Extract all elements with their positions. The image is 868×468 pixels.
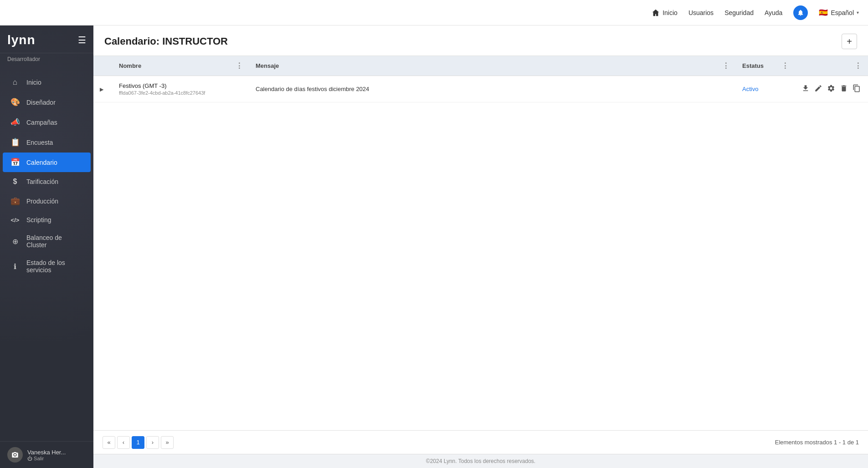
sidebar-footer: Vaneska Her... ⏻ Salir [0, 441, 93, 468]
next-page-button[interactable]: › [146, 436, 159, 449]
footer-user-info: Vaneska Her... ⏻ Salir [27, 449, 66, 461]
page-header: Calendario: INSTRUCTOR + [93, 25, 868, 56]
first-page-button[interactable]: « [103, 436, 115, 449]
sidebar-item-calendario[interactable]: 📅 Calendario [3, 153, 91, 172]
mensaje-col-menu-icon[interactable]: ⋮ [722, 61, 729, 70]
main-layout: lynn ☰ Desarrollador ⌂ Inicio 🎨 Diseñado… [0, 25, 868, 468]
nav-ayuda[interactable]: Ayuda [765, 9, 782, 16]
sidebar-item-balanceo[interactable]: ⊕ Balanceo de Cluster [3, 229, 91, 254]
prev-page-button[interactable]: ‹ [117, 436, 130, 449]
nav-usuarios[interactable]: Usuarios [688, 9, 714, 16]
nav-inicio[interactable]: Inicio [652, 9, 678, 17]
item-message: Calendario de días festivos diciembre 20… [256, 86, 369, 92]
info-icon: ℹ [10, 262, 20, 271]
clipboard-icon: 📋 [10, 137, 20, 147]
col-actions: ⋮ [795, 56, 868, 76]
data-table: Nombre ⋮ Mensaje ⋮ Estat [93, 56, 868, 102]
expand-arrow-icon[interactable]: ▶ [100, 86, 103, 92]
megaphone-icon: 📣 [10, 117, 20, 127]
briefcase-icon: 💼 [10, 196, 20, 206]
sidebar-item-tarificacion-label: Tarificación [26, 178, 58, 185]
sidebar-item-tarificacion[interactable]: $ Tarificación [3, 173, 91, 191]
actions-col-menu-icon[interactable]: ⋮ [854, 61, 862, 70]
footer-avatar [7, 447, 23, 463]
sidebar-item-scripting[interactable]: </> Scripting [3, 211, 91, 229]
nav-ayuda-label: Ayuda [765, 9, 782, 16]
sidebar-item-inicio-label: Inicio [26, 79, 41, 86]
footer-logout[interactable]: ⏻ Salir [27, 456, 66, 461]
logout-label: ⏻ Salir [27, 456, 44, 461]
palette-icon: 🎨 [10, 97, 20, 107]
sidebar-item-produccion-label: Producción [26, 198, 58, 205]
cell-actions [795, 76, 868, 102]
sidebar-nav: ⌂ Inicio 🎨 Diseñador 📣 Campañas 📋 Encues… [0, 69, 93, 441]
settings-icon[interactable] [827, 84, 835, 94]
sidebar-item-encuesta[interactable]: 📋 Encuesta [3, 132, 91, 152]
page-1-button[interactable]: 1 [132, 436, 144, 449]
home-icon: ⌂ [10, 78, 20, 87]
bell-icon [797, 9, 804, 16]
sidebar: lynn ☰ Desarrollador ⌂ Inicio 🎨 Diseñado… [0, 25, 93, 468]
page-title: Calendario: INSTRUCTOR [104, 36, 228, 47]
content-area: Calendario: INSTRUCTOR + Nombre ⋮ [93, 25, 868, 468]
sidebar-item-disenador[interactable]: 🎨 Diseñador [3, 92, 91, 112]
pagination-info: Elementos mostrados 1 - 1 de 1 [775, 439, 859, 446]
cell-estatus: Activo [736, 76, 795, 102]
nav-seguridad[interactable]: Seguridad [724, 9, 754, 16]
user-avatar[interactable] [793, 5, 808, 20]
calendar-icon: 📅 [10, 158, 20, 167]
col-estatus-label: Estatus [742, 62, 764, 69]
table-header-row: Nombre ⋮ Mensaje ⋮ Estat [93, 56, 868, 76]
col-estatus: Estatus ⋮ [736, 56, 795, 76]
item-name: Festivos (GMT -3) [119, 82, 243, 89]
sidebar-item-estado[interactable]: ℹ Estado de los servicios [3, 254, 91, 279]
sidebar-item-campanas[interactable]: 📣 Campañas [3, 112, 91, 132]
cell-expand: ▶ [93, 76, 113, 102]
table-row: ▶ Festivos (GMT -3) fflda067-3fe2-4cbd-a… [93, 76, 868, 102]
nombre-col-menu-icon[interactable]: ⋮ [236, 61, 243, 70]
home-icon [652, 9, 660, 17]
sidebar-role: Desarrollador [0, 53, 93, 69]
footer-username: Vaneska Her... [27, 449, 66, 456]
logo-text: lynn [7, 34, 36, 46]
sidebar-item-encuesta-label: Encuesta [26, 139, 53, 146]
row-actions [801, 84, 862, 94]
dollar-icon: $ [10, 178, 20, 186]
camera-icon [11, 451, 19, 458]
nav-inicio-label: Inicio [663, 9, 678, 16]
copy-icon[interactable] [853, 84, 861, 94]
table-body: ▶ Festivos (GMT -3) fflda067-3fe2-4cbd-a… [93, 76, 868, 102]
lang-label: Español [831, 9, 854, 16]
language-selector[interactable]: 🇪🇸 Español ▾ [819, 8, 859, 17]
pagination-bar: « ‹ 1 › » Elementos mostrados 1 - 1 de 1 [93, 430, 868, 454]
footer-text: ©2024 Lynn. Todos los derechos reservado… [426, 458, 535, 464]
cell-mensaje: Calendario de días festivos diciembre 20… [249, 76, 736, 102]
col-mensaje-label: Mensaje [256, 62, 279, 69]
lang-flag: 🇪🇸 [819, 8, 828, 17]
sidebar-logo: lynn ☰ [0, 25, 93, 53]
sidebar-item-produccion[interactable]: 💼 Producción [3, 191, 91, 211]
col-expand [93, 56, 113, 76]
sidebar-item-estado-label: Estado de los servicios [26, 259, 83, 274]
upload-icon[interactable] [801, 84, 810, 94]
hamburger-icon[interactable]: ☰ [78, 35, 86, 46]
code-icon: </> [10, 217, 20, 224]
last-page-button[interactable]: » [161, 436, 174, 449]
edit-icon[interactable] [814, 84, 822, 94]
col-nombre-label: Nombre [119, 62, 141, 69]
sidebar-item-disenador-label: Diseñador [26, 99, 56, 106]
sidebar-item-scripting-label: Scripting [26, 216, 51, 224]
table-container: Nombre ⋮ Mensaje ⋮ Estat [93, 56, 868, 430]
sidebar-item-campanas-label: Campañas [26, 119, 57, 126]
nav-seguridad-label: Seguridad [724, 9, 754, 16]
top-nav: Inicio Usuarios Seguridad Ayuda 🇪🇸 Españ… [0, 0, 868, 25]
lang-chevron: ▾ [857, 10, 859, 15]
sidebar-item-inicio[interactable]: ⌂ Inicio [3, 73, 91, 92]
nav-usuarios-label: Usuarios [688, 9, 714, 16]
add-button[interactable]: + [842, 34, 857, 49]
delete-icon[interactable] [840, 84, 848, 94]
app-footer: ©2024 Lynn. Todos los derechos reservado… [93, 454, 868, 468]
cluster-icon: ⊕ [10, 237, 20, 246]
sidebar-item-balanceo-label: Balanceo de Cluster [26, 234, 83, 249]
estatus-col-menu-icon[interactable]: ⋮ [781, 61, 789, 70]
